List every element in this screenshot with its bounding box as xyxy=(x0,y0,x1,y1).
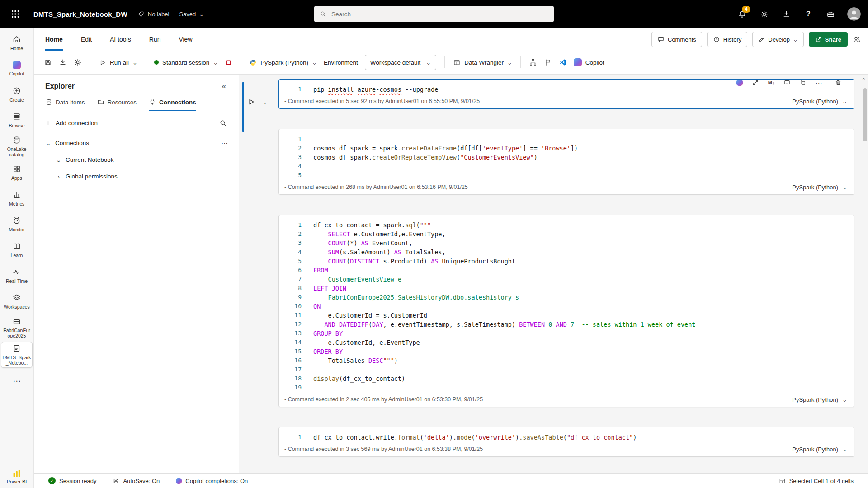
line-number: 3 xyxy=(279,153,302,162)
notebook-canvas[interactable]: M↓ ⋯ xyxy=(239,75,868,473)
rail-item-metrics[interactable]: Metrics xyxy=(1,186,33,211)
ribbon-tab-run[interactable]: Run xyxy=(149,28,161,51)
ribbon-tab-ai-tools[interactable]: AI tools xyxy=(110,28,131,51)
rail-item-more[interactable]: ⋯ xyxy=(1,369,33,394)
ribbon-tab-home[interactable]: Home xyxy=(45,28,63,51)
data-wrangler-button[interactable]: Data Wrangler ⌄ xyxy=(453,59,512,66)
sensitivity-label[interactable]: No label xyxy=(137,10,170,18)
statusbar: ✓ Session ready AutoSave: On Copilot com… xyxy=(34,473,868,488)
chevron-right-icon[interactable]: › xyxy=(56,173,61,180)
tab-connections[interactable]: Connections xyxy=(149,99,196,111)
settings-button[interactable] xyxy=(759,9,769,19)
cell-code-editor[interactable]: 1df_cx_to_contact.write.format('delta').… xyxy=(279,433,854,442)
scroll-up-icon[interactable]: ⌃ xyxy=(861,77,866,84)
global-search[interactable] xyxy=(314,6,554,22)
gear-icon[interactable] xyxy=(74,58,82,66)
expand-cell-icon[interactable] xyxy=(751,78,760,87)
tree-item-connections[interactable]: ⌄Connections⋯ xyxy=(34,135,239,151)
notebook-cell-2[interactable]: 12cosmos_df_spark = spark.createDataFram… xyxy=(278,129,854,195)
environment-selector[interactable]: Workspace default ⌄ xyxy=(365,55,436,70)
cell-selection-status[interactable]: Selected Cell 1 of 4 cells xyxy=(779,478,854,484)
metrics-icon xyxy=(12,190,21,199)
tab-data-items[interactable]: Data items xyxy=(45,99,85,111)
rail-item-create[interactable]: Create xyxy=(1,82,33,107)
notebook-title[interactable]: DMTS_Spark_Notebook_DW xyxy=(33,10,127,18)
rail-item-monitor[interactable]: Monitor xyxy=(1,212,33,236)
cell-language-selector[interactable]: PySpark (Python)⌄ xyxy=(792,396,847,403)
run-all-button[interactable]: Run all ⌄ xyxy=(99,59,137,66)
duplicate-cell-icon[interactable] xyxy=(798,78,807,87)
cell-language-selector[interactable]: PySpark (Python)⌄ xyxy=(792,98,847,105)
rail-item-apps[interactable]: Apps xyxy=(1,160,33,185)
copilot-icon xyxy=(13,61,21,69)
line-number: 2 xyxy=(279,144,302,153)
rail-item-browse[interactable]: Browse xyxy=(1,108,33,132)
rail-item-learn[interactable]: Learn xyxy=(1,238,33,262)
notebook-cell-4[interactable]: 1df_cx_to_contact.write.format('delta').… xyxy=(278,427,854,457)
comment-cell-icon[interactable] xyxy=(783,78,792,87)
briefcase-icon[interactable] xyxy=(825,9,836,19)
session-ready-status[interactable]: ✓ Session ready xyxy=(48,477,96,484)
search-explorer-icon[interactable] xyxy=(219,119,227,127)
app-launcher-button[interactable] xyxy=(7,6,24,22)
vscode-icon[interactable] xyxy=(559,58,567,66)
rail-item-real-time[interactable]: Real-Time xyxy=(1,263,33,288)
add-connection-button[interactable]: Add connection xyxy=(41,117,101,129)
language-selector[interactable]: PySpark (Python) ⌄ xyxy=(249,59,317,66)
notebook-scrollbar[interactable] xyxy=(862,85,868,473)
tree-item-label: Current Notebook xyxy=(66,156,114,163)
rail-item-dmts-spark-notebo[interactable]: DMTS_Spark_Notebo... xyxy=(1,342,33,368)
notebook-cell-3[interactable]: 1df_cx_to_contact = spark.sql("""2 SELEC… xyxy=(278,215,854,407)
topbar: DMTS_Spark_Notebook_DW No label Saved ⌄ … xyxy=(0,0,868,28)
markdown-icon[interactable]: M↓ xyxy=(767,78,776,87)
comments-button[interactable]: Comments xyxy=(651,32,702,47)
cell-language-selector[interactable]: PySpark (Python)⌄ xyxy=(792,446,847,453)
people-icon[interactable] xyxy=(853,35,861,43)
code-line-text: cosmos_df_spark = spark.createDataFrame(… xyxy=(313,144,578,153)
export-icon xyxy=(59,58,67,66)
share-button[interactable]: Share xyxy=(809,32,848,47)
tree-item-global-permissions[interactable]: ›Global permissions xyxy=(34,168,239,185)
tree-item-current-notebook[interactable]: ⌄Current Notebook xyxy=(34,151,239,168)
product-switcher[interactable]: Power BI xyxy=(7,469,27,484)
copilot-button[interactable]: Copilot xyxy=(574,58,604,66)
session-status-button[interactable]: Standard session ⌄ xyxy=(154,59,218,66)
collapse-panel-icon[interactable]: « xyxy=(222,82,226,91)
chevron-down-icon[interactable]: ⌄ xyxy=(45,140,51,147)
more-actions-icon[interactable]: ⋯ xyxy=(814,78,823,87)
copilot-cell-icon[interactable] xyxy=(735,78,744,87)
powerbi-icon xyxy=(12,469,21,478)
rail-item-home[interactable]: Home xyxy=(1,31,33,55)
rail-item-workspaces[interactable]: Workspaces xyxy=(1,289,33,314)
help-button[interactable]: ? xyxy=(803,9,814,19)
cell-language-selector[interactable]: PySpark (Python)⌄ xyxy=(792,184,847,191)
tab-resources[interactable]: Resources xyxy=(97,99,137,111)
develop-button[interactable]: Develop ⌄ xyxy=(752,32,804,47)
notifications-button[interactable]: 4 xyxy=(736,9,747,19)
avatar[interactable] xyxy=(847,7,861,21)
export-button[interactable] xyxy=(59,58,67,66)
more-icon[interactable]: ⋯ xyxy=(221,139,228,147)
ribbon-tab-view[interactable]: View xyxy=(179,28,192,51)
chevron-down-icon[interactable]: ⌄ xyxy=(263,99,268,105)
save-button[interactable] xyxy=(44,58,52,66)
save-status[interactable]: Saved ⌄ xyxy=(179,11,204,18)
ribbon-tab-edit[interactable]: Edit xyxy=(81,28,92,51)
rail-item-fabriconeurope2025[interactable]: FabriConEurope2025 xyxy=(1,315,33,340)
download-button[interactable] xyxy=(781,9,792,19)
history-button[interactable]: History xyxy=(707,32,747,47)
cell-code-editor[interactable]: 12cosmos_df_spark = spark.createDataFram… xyxy=(279,135,854,180)
rail-item-copilot[interactable]: Copilot xyxy=(1,56,33,81)
cell-code-editor[interactable]: 1df_cx_to_contact = spark.sql("""2 SELEC… xyxy=(279,221,854,392)
run-cell-button[interactable] xyxy=(247,98,255,106)
chevron-down-icon[interactable]: ⌄ xyxy=(56,156,61,164)
scrollbar-thumb[interactable] xyxy=(863,88,867,141)
rail-item-onelake-catalog[interactable]: OneLake catalog xyxy=(1,134,33,159)
stop-session-button[interactable] xyxy=(225,59,232,66)
delete-cell-icon[interactable] xyxy=(834,78,843,87)
copilot-completions-status[interactable]: Copilot completions: On xyxy=(176,478,248,484)
search-input[interactable] xyxy=(330,10,548,18)
flag-icon[interactable] xyxy=(544,58,552,66)
hierarchy-icon[interactable] xyxy=(529,58,537,66)
autosave-status[interactable]: AutoSave: On xyxy=(113,478,160,484)
